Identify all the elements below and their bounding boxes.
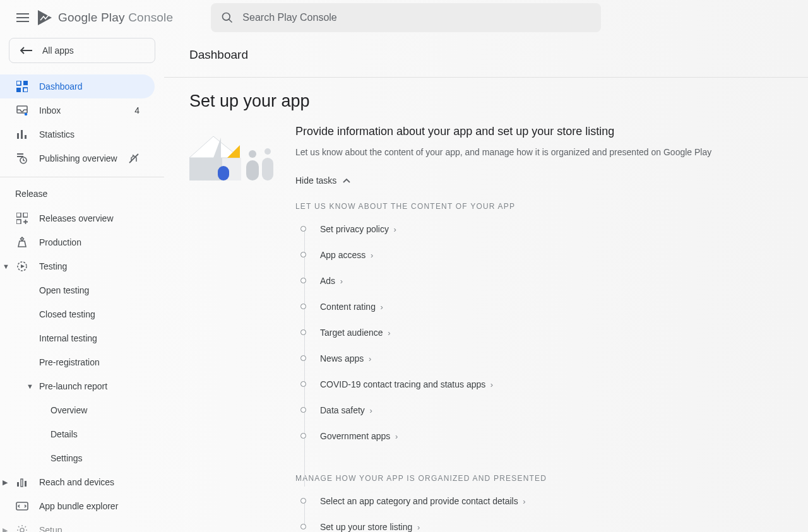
nav-inbox[interactable]: Inbox 4: [0, 98, 155, 122]
svg-rect-32: [246, 160, 259, 180]
page-header: Dashboard: [189, 35, 808, 77]
nav-testing-label: Testing: [39, 261, 67, 271]
all-apps-label: All apps: [42, 45, 74, 56]
publishing-off-icon: [128, 153, 140, 164]
task-news-apps[interactable]: News apps ›: [295, 345, 750, 371]
nav-setup[interactable]: ▶ Setup: [0, 518, 155, 532]
nav-pre-launch-report[interactable]: ▼ Pre-launch report: [0, 374, 164, 398]
chevron-right-icon: ›: [366, 354, 371, 364]
task-covid19[interactable]: COVID-19 contact tracing and status apps…: [295, 371, 750, 397]
chevron-right-icon: ▶: [3, 478, 8, 487]
task-app-access[interactable]: App access ›: [295, 242, 750, 268]
task-app-category[interactable]: Select an app category and provide conta…: [295, 488, 750, 514]
inbox-badge: 4: [134, 105, 140, 115]
setup-heading: Provide information about your app and s…: [295, 125, 750, 138]
svg-rect-13: [133, 155, 134, 157]
hamburger-icon[interactable]: [10, 5, 35, 30]
page-title: Set up your app: [189, 78, 808, 125]
svg-rect-9: [17, 133, 19, 139]
nav-bundle-explorer[interactable]: App bundle explorer: [0, 494, 155, 518]
svg-rect-11: [25, 135, 27, 139]
task-ads[interactable]: Ads ›: [295, 268, 750, 293]
chevron-right-icon: ›: [393, 432, 398, 441]
nav-publishing[interactable]: Publishing overview: [0, 146, 155, 170]
svg-rect-15: [16, 213, 21, 217]
nav-dashboard-label: Dashboard: [39, 81, 83, 92]
task-list-2: Select an app category and provide conta…: [295, 488, 750, 532]
svg-rect-3: [16, 81, 21, 85]
svg-rect-16: [23, 213, 28, 217]
all-apps-button[interactable]: All apps: [9, 38, 155, 63]
svg-point-1: [223, 13, 230, 21]
task-list-1: Set privacy policy › App access › Ads › …: [295, 216, 750, 449]
svg-point-24: [20, 528, 24, 532]
chevron-right-icon: ›: [367, 406, 372, 415]
svg-rect-21: [21, 479, 23, 487]
nav-statistics[interactable]: Statistics: [0, 122, 155, 146]
nav-prelaunch-overview[interactable]: Overview: [0, 398, 164, 422]
releases-icon: [15, 213, 29, 224]
search-box[interactable]: [211, 3, 601, 32]
group1-caption: LET US KNOW ABOUT THE CONTENT OF YOUR AP…: [295, 202, 750, 211]
chevron-up-icon: [343, 178, 350, 183]
nav-testing[interactable]: ▼ Testing: [0, 254, 155, 278]
chevron-right-icon: ›: [415, 523, 420, 532]
chevron-right-icon: ›: [386, 328, 391, 338]
svg-point-8: [25, 113, 27, 115]
gear-icon: [15, 524, 29, 532]
reach-icon: [15, 477, 29, 487]
svg-rect-22: [25, 481, 27, 487]
nav-dashboard[interactable]: Dashboard: [0, 74, 155, 98]
publishing-icon: [15, 153, 29, 164]
svg-rect-6: [23, 88, 28, 92]
play-triangle-icon: [38, 10, 52, 25]
brand-logo[interactable]: Google Play Console: [38, 10, 173, 25]
search-icon: [221, 11, 234, 24]
nav-reach-label: Reach and devices: [39, 477, 114, 487]
svg-marker-19: [21, 264, 25, 268]
chevron-right-icon: ▶: [3, 526, 8, 533]
nav-statistics-label: Statistics: [39, 129, 74, 139]
chevron-right-icon: ›: [368, 251, 373, 260]
nav-closed-testing[interactable]: Closed testing: [0, 302, 164, 326]
nav-production-label: Production: [39, 237, 81, 247]
chevron-right-icon: ›: [521, 497, 526, 506]
chevron-right-icon: ›: [338, 276, 343, 286]
nav-pre-registration[interactable]: Pre-registration: [0, 350, 164, 374]
svg-line-2: [229, 20, 232, 23]
svg-rect-20: [17, 482, 19, 487]
task-privacy-policy[interactable]: Set privacy policy ›: [295, 216, 750, 242]
nav-prelaunch-details[interactable]: Details: [0, 422, 164, 446]
task-target-audience[interactable]: Target audience ›: [295, 319, 750, 345]
search-input[interactable]: [242, 12, 596, 23]
dashboard-icon: [15, 81, 29, 92]
svg-rect-4: [23, 81, 28, 85]
nav-internal-testing[interactable]: Internal testing: [0, 326, 164, 350]
group2-caption: MANAGE HOW YOUR APP IS ORGANIZED AND PRE…: [295, 474, 750, 483]
task-store-listing[interactable]: Set up your store listing ›: [295, 514, 750, 532]
svg-rect-30: [218, 166, 229, 180]
chevron-down-icon: ▼: [3, 263, 9, 270]
svg-point-31: [249, 150, 256, 158]
nav-bundle-label: App bundle explorer: [39, 501, 118, 511]
svg-point-33: [264, 148, 271, 155]
nav-setup-label: Setup: [39, 525, 62, 532]
task-data-safety[interactable]: Data safety ›: [295, 397, 750, 423]
brand-text: Google Play Console: [58, 11, 173, 25]
svg-rect-5: [16, 88, 21, 92]
svg-rect-10: [21, 130, 23, 139]
nav-open-testing[interactable]: Open testing: [0, 278, 164, 302]
inbox-icon: [15, 105, 29, 115]
svg-rect-17: [16, 220, 21, 224]
nav-reach-devices[interactable]: ▶ Reach and devices: [0, 470, 155, 494]
task-content-rating[interactable]: Content rating ›: [295, 293, 750, 319]
hide-tasks-toggle[interactable]: Hide tasks: [295, 175, 750, 186]
setup-illustration: [189, 131, 278, 188]
nav-prelaunch-settings[interactable]: Settings: [0, 446, 164, 470]
bundle-icon: [15, 502, 29, 511]
task-government-apps[interactable]: Government apps ›: [295, 423, 750, 449]
nav-production[interactable]: Production: [0, 230, 155, 254]
arrow-left-icon: [20, 47, 32, 54]
nav-releases-overview[interactable]: Releases overview: [0, 206, 155, 230]
production-icon: [15, 237, 29, 248]
